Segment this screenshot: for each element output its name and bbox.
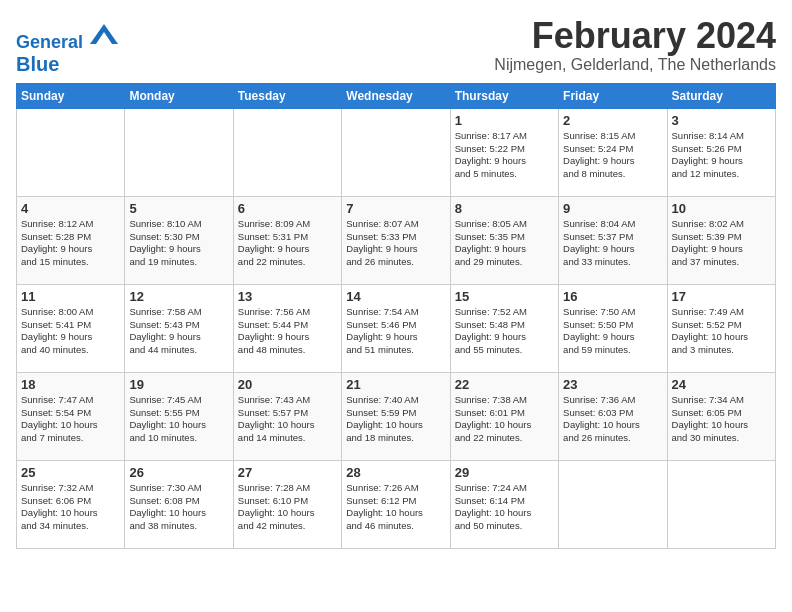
day-number: 7 — [346, 201, 445, 216]
day-number: 16 — [563, 289, 662, 304]
day-info: Sunrise: 8:17 AM Sunset: 5:22 PM Dayligh… — [455, 130, 554, 181]
header-day-friday: Friday — [559, 83, 667, 108]
calendar-cell: 22Sunrise: 7:38 AM Sunset: 6:01 PM Dayli… — [450, 372, 558, 460]
day-number: 17 — [672, 289, 771, 304]
day-number: 1 — [455, 113, 554, 128]
calendar-cell: 9Sunrise: 8:04 AM Sunset: 5:37 PM Daylig… — [559, 196, 667, 284]
day-info: Sunrise: 8:05 AM Sunset: 5:35 PM Dayligh… — [455, 218, 554, 269]
day-info: Sunrise: 8:02 AM Sunset: 5:39 PM Dayligh… — [672, 218, 771, 269]
day-info: Sunrise: 8:14 AM Sunset: 5:26 PM Dayligh… — [672, 130, 771, 181]
calendar-title: February 2024 — [494, 16, 776, 56]
calendar-cell: 10Sunrise: 8:02 AM Sunset: 5:39 PM Dayli… — [667, 196, 775, 284]
calendar-cell: 4Sunrise: 8:12 AM Sunset: 5:28 PM Daylig… — [17, 196, 125, 284]
calendar-table: SundayMondayTuesdayWednesdayThursdayFrid… — [16, 83, 776, 549]
calendar-cell — [342, 108, 450, 196]
calendar-cell: 12Sunrise: 7:58 AM Sunset: 5:43 PM Dayli… — [125, 284, 233, 372]
calendar-header: SundayMondayTuesdayWednesdayThursdayFrid… — [17, 83, 776, 108]
logo-blue: Blue — [16, 53, 118, 75]
day-number: 13 — [238, 289, 337, 304]
week-row-3: 11Sunrise: 8:00 AM Sunset: 5:41 PM Dayli… — [17, 284, 776, 372]
week-row-1: 1Sunrise: 8:17 AM Sunset: 5:22 PM Daylig… — [17, 108, 776, 196]
calendar-cell: 24Sunrise: 7:34 AM Sunset: 6:05 PM Dayli… — [667, 372, 775, 460]
calendar-cell: 11Sunrise: 8:00 AM Sunset: 5:41 PM Dayli… — [17, 284, 125, 372]
calendar-cell — [667, 460, 775, 548]
day-number: 20 — [238, 377, 337, 392]
calendar-cell: 26Sunrise: 7:30 AM Sunset: 6:08 PM Dayli… — [125, 460, 233, 548]
header-day-wednesday: Wednesday — [342, 83, 450, 108]
page-header: General Blue February 2024 Nijmegen, Gel… — [16, 16, 776, 75]
calendar-cell — [17, 108, 125, 196]
day-info: Sunrise: 7:58 AM Sunset: 5:43 PM Dayligh… — [129, 306, 228, 357]
header-row: SundayMondayTuesdayWednesdayThursdayFrid… — [17, 83, 776, 108]
calendar-cell: 6Sunrise: 8:09 AM Sunset: 5:31 PM Daylig… — [233, 196, 341, 284]
day-info: Sunrise: 7:45 AM Sunset: 5:55 PM Dayligh… — [129, 394, 228, 445]
calendar-cell: 15Sunrise: 7:52 AM Sunset: 5:48 PM Dayli… — [450, 284, 558, 372]
day-number: 2 — [563, 113, 662, 128]
day-number: 3 — [672, 113, 771, 128]
calendar-cell: 7Sunrise: 8:07 AM Sunset: 5:33 PM Daylig… — [342, 196, 450, 284]
day-info: Sunrise: 7:56 AM Sunset: 5:44 PM Dayligh… — [238, 306, 337, 357]
calendar-cell: 27Sunrise: 7:28 AM Sunset: 6:10 PM Dayli… — [233, 460, 341, 548]
day-info: Sunrise: 8:12 AM Sunset: 5:28 PM Dayligh… — [21, 218, 120, 269]
day-number: 18 — [21, 377, 120, 392]
calendar-cell: 1Sunrise: 8:17 AM Sunset: 5:22 PM Daylig… — [450, 108, 558, 196]
title-section: February 2024 Nijmegen, Gelderland, The … — [494, 16, 776, 74]
day-number: 4 — [21, 201, 120, 216]
calendar-cell: 25Sunrise: 7:32 AM Sunset: 6:06 PM Dayli… — [17, 460, 125, 548]
day-number: 19 — [129, 377, 228, 392]
calendar-cell: 14Sunrise: 7:54 AM Sunset: 5:46 PM Dayli… — [342, 284, 450, 372]
day-number: 21 — [346, 377, 445, 392]
calendar-cell — [233, 108, 341, 196]
day-number: 8 — [455, 201, 554, 216]
calendar-cell: 16Sunrise: 7:50 AM Sunset: 5:50 PM Dayli… — [559, 284, 667, 372]
day-info: Sunrise: 7:47 AM Sunset: 5:54 PM Dayligh… — [21, 394, 120, 445]
day-info: Sunrise: 7:36 AM Sunset: 6:03 PM Dayligh… — [563, 394, 662, 445]
day-number: 22 — [455, 377, 554, 392]
calendar-cell: 19Sunrise: 7:45 AM Sunset: 5:55 PM Dayli… — [125, 372, 233, 460]
day-info: Sunrise: 7:40 AM Sunset: 5:59 PM Dayligh… — [346, 394, 445, 445]
day-info: Sunrise: 7:54 AM Sunset: 5:46 PM Dayligh… — [346, 306, 445, 357]
day-number: 28 — [346, 465, 445, 480]
calendar-cell: 2Sunrise: 8:15 AM Sunset: 5:24 PM Daylig… — [559, 108, 667, 196]
calendar-cell: 28Sunrise: 7:26 AM Sunset: 6:12 PM Dayli… — [342, 460, 450, 548]
day-info: Sunrise: 7:50 AM Sunset: 5:50 PM Dayligh… — [563, 306, 662, 357]
calendar-cell — [559, 460, 667, 548]
header-day-saturday: Saturday — [667, 83, 775, 108]
day-info: Sunrise: 7:30 AM Sunset: 6:08 PM Dayligh… — [129, 482, 228, 533]
day-info: Sunrise: 8:15 AM Sunset: 5:24 PM Dayligh… — [563, 130, 662, 181]
day-number: 29 — [455, 465, 554, 480]
day-number: 26 — [129, 465, 228, 480]
logo-text: General — [16, 20, 118, 53]
calendar-cell: 23Sunrise: 7:36 AM Sunset: 6:03 PM Dayli… — [559, 372, 667, 460]
calendar-cell: 21Sunrise: 7:40 AM Sunset: 5:59 PM Dayli… — [342, 372, 450, 460]
day-info: Sunrise: 8:00 AM Sunset: 5:41 PM Dayligh… — [21, 306, 120, 357]
calendar-cell: 17Sunrise: 7:49 AM Sunset: 5:52 PM Dayli… — [667, 284, 775, 372]
day-number: 14 — [346, 289, 445, 304]
day-info: Sunrise: 7:34 AM Sunset: 6:05 PM Dayligh… — [672, 394, 771, 445]
logo: General Blue — [16, 20, 118, 75]
day-info: Sunrise: 7:43 AM Sunset: 5:57 PM Dayligh… — [238, 394, 337, 445]
day-info: Sunrise: 8:09 AM Sunset: 5:31 PM Dayligh… — [238, 218, 337, 269]
week-row-4: 18Sunrise: 7:47 AM Sunset: 5:54 PM Dayli… — [17, 372, 776, 460]
calendar-cell: 5Sunrise: 8:10 AM Sunset: 5:30 PM Daylig… — [125, 196, 233, 284]
day-info: Sunrise: 8:07 AM Sunset: 5:33 PM Dayligh… — [346, 218, 445, 269]
day-number: 5 — [129, 201, 228, 216]
day-info: Sunrise: 8:10 AM Sunset: 5:30 PM Dayligh… — [129, 218, 228, 269]
calendar-cell: 3Sunrise: 8:14 AM Sunset: 5:26 PM Daylig… — [667, 108, 775, 196]
day-number: 24 — [672, 377, 771, 392]
calendar-cell — [125, 108, 233, 196]
day-info: Sunrise: 7:32 AM Sunset: 6:06 PM Dayligh… — [21, 482, 120, 533]
logo-icon — [90, 20, 118, 48]
header-day-tuesday: Tuesday — [233, 83, 341, 108]
day-number: 12 — [129, 289, 228, 304]
day-info: Sunrise: 8:04 AM Sunset: 5:37 PM Dayligh… — [563, 218, 662, 269]
logo-general: General — [16, 32, 83, 52]
day-number: 27 — [238, 465, 337, 480]
calendar-cell: 8Sunrise: 8:05 AM Sunset: 5:35 PM Daylig… — [450, 196, 558, 284]
calendar-cell: 29Sunrise: 7:24 AM Sunset: 6:14 PM Dayli… — [450, 460, 558, 548]
day-number: 23 — [563, 377, 662, 392]
day-number: 11 — [21, 289, 120, 304]
calendar-cell: 13Sunrise: 7:56 AM Sunset: 5:44 PM Dayli… — [233, 284, 341, 372]
calendar-subtitle: Nijmegen, Gelderland, The Netherlands — [494, 56, 776, 74]
day-number: 6 — [238, 201, 337, 216]
